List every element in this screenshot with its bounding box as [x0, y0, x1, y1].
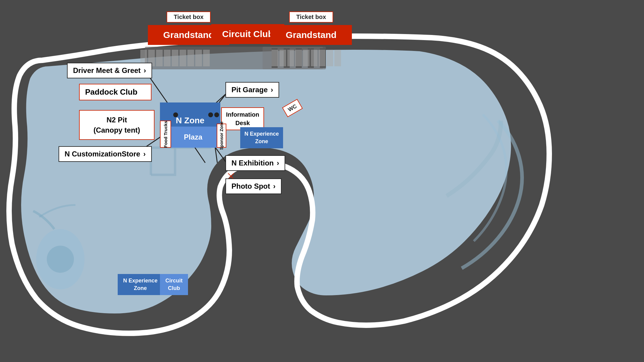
n-customization-arrow: ›	[143, 150, 146, 158]
svg-rect-12	[172, 50, 178, 66]
pit-garage-arrow: ›	[271, 86, 273, 94]
pit-garage-label[interactable]: Pit Garage›	[225, 82, 279, 98]
plaza-block: Plaza	[169, 127, 217, 148]
svg-rect-10	[156, 50, 163, 66]
svg-point-27	[47, 246, 74, 273]
photo-spot-label[interactable]: Photo Spot›	[225, 178, 282, 194]
svg-rect-23	[319, 50, 325, 66]
ticket-box-2-group: Ticket box Grandstand	[270, 11, 352, 45]
ticket-box-1-label: Ticket box	[167, 11, 211, 23]
driver-meet-greet-arrow: ›	[144, 66, 146, 74]
paddock-club-label[interactable]: Paddock Club	[79, 84, 151, 100]
svg-rect-15	[195, 50, 202, 66]
n-exhibition-arrow: ›	[277, 159, 279, 167]
svg-rect-16	[203, 50, 210, 66]
svg-rect-13	[180, 50, 186, 66]
information-desk-label[interactable]: Information Desk	[221, 107, 264, 130]
track-background	[0, 0, 644, 362]
svg-rect-24	[327, 50, 333, 66]
plaza-label: Plaza	[184, 133, 202, 141]
dot-1	[173, 112, 178, 117]
photo-spot-arrow: ›	[273, 182, 276, 190]
food-trucks-label: Food Trucks	[160, 121, 171, 148]
n-experience-zone-main: N Experience Zone	[240, 127, 283, 148]
svg-rect-22	[311, 50, 317, 66]
grandstand-2-button[interactable]: Grandstand	[270, 25, 352, 45]
svg-rect-18	[279, 50, 286, 66]
n-exhibition-label[interactable]: N Exhibition›	[225, 155, 285, 171]
driver-meet-greet-label[interactable]: Driver Meet & Greet›	[67, 63, 152, 78]
map-container: Ticket box Grandstand Circuit Club Ticke…	[0, 0, 644, 362]
dot-2	[208, 112, 213, 117]
n2-pit-label[interactable]: N2 Pit (Canopy tent)	[79, 110, 155, 140]
ticket-box-2-label: Ticket box	[289, 11, 333, 23]
svg-rect-17	[272, 50, 278, 66]
n-customization-label[interactable]: N CustomizationStore›	[59, 146, 152, 162]
svg-rect-25	[334, 50, 341, 66]
svg-rect-11	[164, 50, 171, 66]
svg-rect-14	[187, 50, 194, 66]
sponsor-zone-label: Sponsor Zone	[217, 124, 226, 148]
circuit-club-bottom: Circuit Club	[160, 274, 188, 295]
dot-3	[214, 112, 219, 117]
svg-rect-20	[295, 50, 302, 66]
svg-rect-19	[287, 50, 294, 66]
n-experience-zone-bottom: N Experience Zone	[118, 274, 163, 295]
svg-rect-21	[303, 50, 310, 66]
n-zone-label: N Zone	[176, 116, 205, 125]
